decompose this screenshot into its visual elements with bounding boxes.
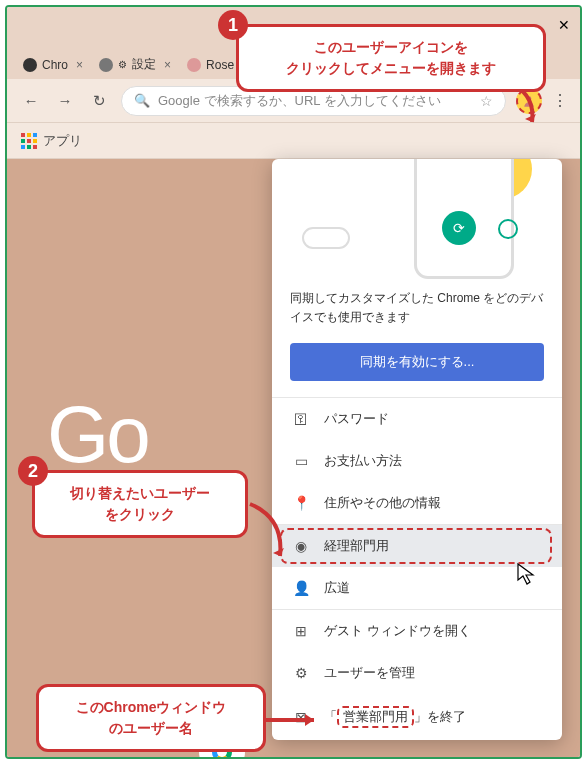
apps-label[interactable]: アプリ bbox=[43, 132, 82, 150]
menu-guest-window[interactable]: ⊞ゲスト ウィンドウを開く bbox=[272, 610, 562, 652]
search-icon: 🔍 bbox=[134, 93, 150, 108]
tab-label: Rose bbox=[206, 58, 234, 72]
menu-label: ゲスト ウィンドウを開く bbox=[324, 622, 471, 640]
menu-payments[interactable]: ▭お支払い方法 bbox=[272, 440, 562, 482]
key-icon: ⚿ bbox=[292, 411, 310, 427]
sync-hero: ⟳ bbox=[272, 159, 562, 279]
avatar-icon: 👤 bbox=[292, 580, 310, 596]
annotation-callout-3: このChromeウィンドウのユーザー名 bbox=[36, 684, 266, 752]
annotation-callout-2: 切り替えたいユーザーをクリック bbox=[32, 470, 248, 538]
google-logo: Go bbox=[47, 389, 148, 481]
menu-passwords[interactable]: ⚿パスワード bbox=[272, 398, 562, 440]
menu-label: 経理部門用 bbox=[324, 537, 389, 555]
card-icon: ▭ bbox=[292, 453, 310, 469]
tab-settings[interactable]: ⚙設定× bbox=[91, 50, 179, 79]
more-menu-button[interactable]: ⋮ bbox=[552, 91, 568, 110]
menu-label: お支払い方法 bbox=[324, 452, 402, 470]
apps-icon[interactable] bbox=[21, 133, 37, 149]
menu-label: 広道 bbox=[324, 579, 350, 597]
gear-icon: ⚙ bbox=[292, 665, 310, 681]
menu-label: ユーザーを管理 bbox=[324, 664, 415, 682]
annotation-badge-1: 1 bbox=[218, 10, 248, 40]
window-close-button[interactable]: ✕ bbox=[558, 17, 570, 33]
reload-button[interactable]: ↻ bbox=[87, 92, 111, 110]
annotation-arrow bbox=[262, 706, 328, 736]
back-button[interactable]: ← bbox=[19, 92, 43, 109]
menu-addresses[interactable]: 📍住所やその他の情報 bbox=[272, 482, 562, 524]
enable-sync-button[interactable]: 同期を有効にする... bbox=[290, 343, 544, 381]
annotation-callout-1: このユーザーアイコンをクリックしてメニューを開きます bbox=[236, 24, 546, 92]
omnibox-placeholder: Google で検索するか、URL を入力してください bbox=[158, 92, 441, 110]
sync-icon: ⟳ bbox=[442, 211, 476, 245]
menu-manage-users[interactable]: ⚙ユーザーを管理 bbox=[272, 652, 562, 694]
profile-menu: ⟳ 同期してカスタマイズした Chrome をどのデバイスでも使用できます 同期… bbox=[272, 159, 562, 740]
annotation-badge-2: 2 bbox=[18, 456, 48, 486]
forward-button[interactable]: → bbox=[53, 92, 77, 109]
tab-chrome[interactable]: Chro× bbox=[15, 50, 91, 79]
annotation-highlight bbox=[280, 528, 552, 564]
menu-label: パスワード bbox=[324, 410, 389, 428]
menu-label: 「営業部門用」を終了 bbox=[324, 706, 466, 728]
annotation-highlight: 営業部門用 bbox=[337, 706, 414, 728]
sync-description: 同期してカスタマイズした Chrome をどのデバイスでも使用できます bbox=[272, 279, 562, 331]
close-icon[interactable]: × bbox=[76, 58, 83, 72]
menu-label: 住所やその他の情報 bbox=[324, 494, 441, 512]
close-icon[interactable]: × bbox=[164, 58, 171, 72]
mouse-cursor bbox=[516, 562, 536, 586]
guest-icon: ⊞ bbox=[292, 623, 310, 639]
tab-label: Chro bbox=[42, 58, 68, 72]
tab-label: 設定 bbox=[132, 56, 156, 73]
annotation-arrow bbox=[244, 498, 304, 568]
